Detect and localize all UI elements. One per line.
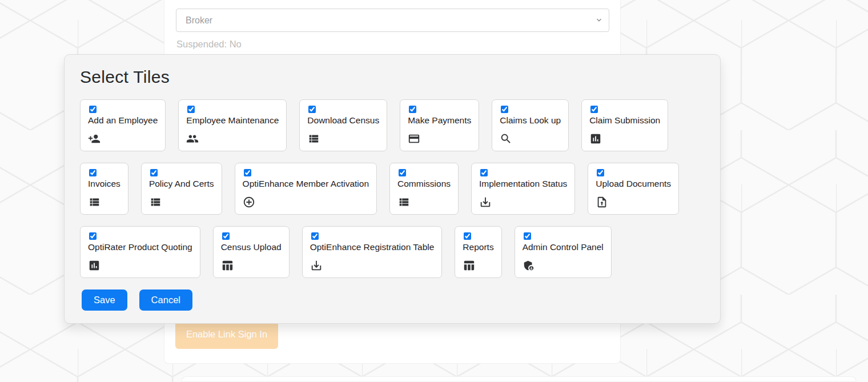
tile-label: Policy And Certs: [149, 178, 214, 190]
tile-checkbox-employee-maintenance[interactable]: [187, 106, 195, 113]
modal-title: Select Tiles: [80, 67, 705, 87]
tile-checkbox-implementation-status[interactable]: [480, 169, 488, 176]
search-icon: [500, 132, 512, 145]
tile-admin-control-panel[interactable]: Admin Control Panel: [515, 226, 612, 278]
tile-checkbox-upload-documents[interactable]: [597, 169, 604, 176]
table-chart-icon: [463, 259, 475, 272]
tile-claim-submission[interactable]: Claim Submission: [581, 99, 668, 151]
tile-label: OptiEnhance Registration Table: [310, 242, 435, 253]
person-add-icon: [88, 132, 101, 145]
tile-checkbox-policy-and-certs[interactable]: [150, 169, 158, 176]
poll-icon: [88, 259, 101, 272]
tile-label: Claim Submission: [589, 115, 660, 126]
table-chart-icon: [221, 259, 234, 272]
tile-employee-maintenance[interactable]: Employee Maintenance: [178, 99, 287, 151]
tile-label: OptiEnhance Member Activation: [243, 178, 369, 190]
tile-label: Invoices: [88, 178, 120, 190]
view-list-icon: [88, 195, 101, 208]
tiles-grid: Add an EmployeeEmployee MaintenanceDownl…: [80, 99, 705, 278]
tile-make-payments[interactable]: Make Payments: [400, 99, 479, 151]
account-type-select[interactable]: Broker: [176, 9, 609, 32]
tile-checkbox-make-payments[interactable]: [409, 106, 416, 113]
tile-add-an-employee[interactable]: Add an Employee: [80, 99, 166, 151]
tile-label: Make Payments: [408, 115, 471, 126]
tile-label: Claims Look up: [500, 115, 561, 126]
people-icon: [186, 132, 199, 145]
tile-optienhance-member-activation[interactable]: OptiEnhance Member Activation: [235, 163, 377, 215]
view-list-icon: [307, 132, 320, 145]
tile-checkbox-commissions[interactable]: [399, 169, 406, 176]
poll-icon: [589, 132, 602, 145]
tile-reports[interactable]: Reports: [455, 226, 501, 278]
tile-optirater-product-quoting[interactable]: OptiRater Product Quoting: [80, 226, 200, 278]
tile-label: Download Census: [307, 115, 379, 126]
tile-invoices[interactable]: Invoices: [80, 163, 128, 215]
tile-row: InvoicesPolicy And CertsOptiEnhance Memb…: [80, 163, 705, 215]
credit-card-icon: [408, 132, 420, 145]
tile-checkbox-invoices[interactable]: [89, 169, 97, 176]
tile-implementation-status[interactable]: Implementation Status: [471, 163, 575, 215]
tile-upload-documents[interactable]: Upload Documents: [588, 163, 679, 215]
tile-census-upload[interactable]: Census Upload: [213, 226, 290, 278]
tile-label: Upload Documents: [596, 178, 671, 190]
tile-label: Census Upload: [221, 242, 282, 253]
next-section-card: [181, 376, 857, 382]
tile-checkbox-optienhance-registration-table[interactable]: [311, 232, 319, 240]
tile-checkbox-claim-submission[interactable]: [590, 106, 598, 113]
view-list-icon: [149, 195, 162, 208]
tile-checkbox-add-an-employee[interactable]: [89, 106, 97, 113]
tile-label: Admin Control Panel: [523, 242, 604, 253]
tile-checkbox-optirater-product-quoting[interactable]: [89, 232, 97, 240]
tile-checkbox-download-census[interactable]: [308, 106, 316, 113]
tile-row: Add an EmployeeEmployee MaintenanceDownl…: [80, 99, 705, 151]
tile-label: Employee Maintenance: [186, 115, 279, 126]
tile-label: OptiRater Product Quoting: [88, 242, 192, 253]
tile-claims-look-up[interactable]: Claims Look up: [492, 99, 569, 151]
tile-row: OptiRater Product QuotingCensus UploadOp…: [80, 226, 705, 278]
tile-commissions[interactable]: Commissions: [389, 163, 459, 215]
tile-checkbox-census-upload[interactable]: [222, 232, 230, 240]
modal-actions: Save Cancel: [82, 289, 705, 311]
tile-checkbox-claims-look-up[interactable]: [501, 106, 508, 113]
tile-label: Commissions: [397, 178, 451, 190]
suspended-status-text: Suspended: No: [176, 39, 242, 50]
tile-label: Implementation Status: [479, 178, 567, 190]
tile-label: Reports: [463, 242, 493, 253]
tile-label: Add an Employee: [88, 115, 158, 126]
view-list-icon: [397, 195, 410, 208]
admin-shield-icon: [523, 259, 535, 272]
tile-checkbox-optienhance-member-activation[interactable]: [244, 169, 251, 176]
download-icon: [310, 259, 323, 272]
tile-checkbox-admin-control-panel[interactable]: [524, 232, 531, 240]
cancel-button[interactable]: Cancel: [139, 289, 192, 311]
add-circle-icon: [243, 195, 255, 208]
account-type-select-wrap: Broker: [176, 9, 609, 32]
tile-optienhance-registration-table[interactable]: OptiEnhance Registration Table: [302, 226, 443, 278]
tile-download-census[interactable]: Download Census: [299, 99, 387, 151]
save-button[interactable]: Save: [82, 289, 127, 311]
select-tiles-modal: Select Tiles Add an EmployeeEmployee Mai…: [64, 54, 721, 324]
enable-link-sign-in-button[interactable]: Enable Link Sign In: [175, 320, 278, 349]
tile-checkbox-reports[interactable]: [464, 232, 471, 240]
tile-policy-and-certs[interactable]: Policy And Certs: [141, 163, 222, 215]
upload-file-icon: [596, 195, 608, 208]
download-icon: [479, 195, 492, 208]
